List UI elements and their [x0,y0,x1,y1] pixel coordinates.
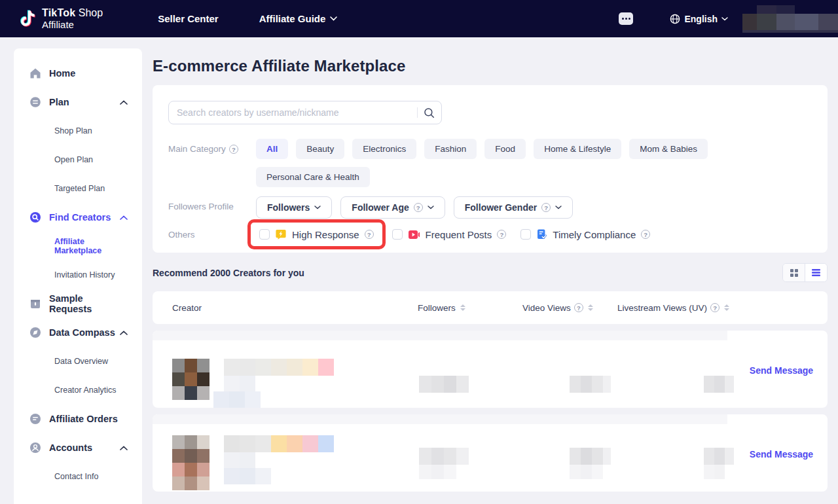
category-chip-food[interactable]: Food [484,139,526,159]
creator-row[interactable]: Send Message [153,331,828,408]
help-icon[interactable]: ? [229,145,238,154]
sidebar-item-affiliate-marketplace[interactable]: Affiliate Marketplace [14,232,142,261]
logo-wordmark: TikTok Shop Affiliate [42,7,103,30]
help-icon[interactable]: ? [574,303,583,312]
page-title: E-commerce Affiliate Marketplace [153,57,828,75]
top-navbar: TikTok Shop Affiliate Seller Center Affi… [0,0,838,37]
divider [417,107,418,118]
column-livestream-views[interactable]: Livestream Views (UV) ? [617,303,735,313]
category-chip-electronics[interactable]: Electronics [352,139,416,159]
chevron-down-icon [721,17,728,21]
annotation-highlight-box: High Response ? [247,219,386,249]
help-icon: ? [541,203,551,212]
video-views-value-redacted [522,427,617,479]
frequent-posts-filter[interactable]: Frequent Posts ? [392,229,507,240]
accounts-icon [29,442,41,454]
tiktok-shop-affiliate-logo[interactable]: TikTok Shop Affiliate [20,7,103,30]
sort-icon[interactable] [724,304,729,311]
sample-requests-icon [29,298,41,310]
sidebar-item-creator-analytics[interactable]: Creator Analytics [14,376,142,405]
followers-dropdown[interactable]: Followers [256,196,332,219]
help-icon[interactable]: ? [641,230,650,239]
help-icon: ? [414,203,423,212]
frequent-posts-checkbox[interactable] [392,229,403,240]
avatar [172,435,210,490]
high-response-filter[interactable]: High Response ? [259,228,374,240]
follower-age-dropdown[interactable]: Follower Age ? [340,196,445,219]
recommend-count-text: Recommend 2000 Creators for you [153,268,304,278]
chevron-down-icon [555,206,562,209]
sidebar-item-affiliate-orders[interactable]: Affiliate Orders [14,405,142,433]
tiktok-logo-icon [20,9,37,29]
video-views-value-redacted [522,346,617,393]
home-icon [29,67,41,79]
sidebar-item-home[interactable]: Home [14,59,142,88]
sidebar-item-accounts[interactable]: Accounts [14,433,142,462]
followers-profile-label: Followers Profile [168,196,256,219]
nav-seller-center[interactable]: Seller Center [158,13,219,24]
help-icon[interactable]: ? [365,230,374,239]
timely-compliance-filter[interactable]: Timely Compliance ? [520,228,650,240]
document-check-icon [536,228,547,240]
sidebar-item-shop-plan[interactable]: Shop Plan [14,117,142,145]
category-chip-fashion[interactable]: Fashion [424,139,477,159]
main-category-row: Main Category ? All Beauty Electronics F… [168,139,812,187]
category-chip-home-lifestyle[interactable]: Home & Lifestyle [534,139,621,159]
data-compass-icon [29,327,41,338]
sidebar-item-contact-info[interactable]: Contact Info [14,462,142,491]
sidebar-item-open-plan[interactable]: Open Plan [14,145,142,174]
filter-panel: Main Category ? All Beauty Electronics F… [153,85,828,253]
followers-value-redacted [418,346,522,393]
chevron-down-icon [330,16,337,21]
shop-name-redacted[interactable] [742,5,838,33]
affiliate-orders-icon [29,413,41,425]
sidebar-item-targeted-plan[interactable]: Targeted Plan [14,174,142,203]
followers-profile-row: Followers Profile Followers Follower Age… [168,196,812,219]
nav-affiliate-guide[interactable]: Affiliate Guide [259,13,338,24]
sidebar: Home Plan Shop Plan Open Plan Targeted P… [14,48,142,504]
grid-view-icon[interactable] [783,264,805,281]
globe-icon [670,14,680,24]
creator-name-redacted [224,359,334,408]
high-response-checkbox[interactable] [259,229,270,240]
sort-icon[interactable] [588,304,593,311]
category-chip-personal-care-health[interactable]: Personal Care & Health [256,167,370,187]
sort-icon[interactable] [460,304,465,311]
avatar [172,359,210,400]
chevron-up-icon [120,331,128,335]
creator-search [168,101,442,124]
others-row: Others High Response ? [168,225,812,243]
sidebar-item-data-overview[interactable]: Data Overview [14,347,142,376]
chevron-down-icon [314,206,321,209]
chevron-down-icon [428,206,434,209]
sidebar-item-find-creators[interactable]: Find Creators [14,203,142,232]
video-play-icon [408,229,420,240]
sidebar-item-sample-requests[interactable]: Sample Requests [14,289,142,318]
search-icon[interactable] [424,107,435,118]
followers-value-redacted [418,427,522,479]
category-chip-mom-babies[interactable]: Mom & Babies [629,139,708,159]
redacted-strip [153,414,727,424]
help-icon[interactable]: ? [497,230,506,239]
search-input[interactable] [177,107,417,118]
send-message-button[interactable]: Send Message [750,449,813,459]
category-chip-all[interactable]: All [256,139,288,159]
list-view-icon[interactable] [805,264,827,281]
follower-gender-dropdown[interactable]: Follower Gender ? [454,196,573,219]
column-creator: Creator [172,303,418,313]
column-video-views[interactable]: Video Views ? [522,303,617,313]
chat-icon[interactable] [619,12,633,25]
column-followers[interactable]: Followers [418,303,522,313]
sidebar-item-plan[interactable]: Plan [14,88,142,117]
timely-compliance-checkbox[interactable] [520,229,531,240]
plan-icon [29,96,41,108]
category-chip-beauty[interactable]: Beauty [296,139,344,159]
language-selector[interactable]: English [670,14,728,24]
chevron-up-icon [120,215,128,220]
creator-row[interactable]: Send Message [153,414,828,492]
send-message-button[interactable]: Send Message [750,365,813,376]
help-icon[interactable]: ? [710,303,720,312]
sidebar-item-data-compass[interactable]: Data Compass [14,318,142,347]
creator-name-redacted [224,435,334,484]
sidebar-item-invitation-history[interactable]: Invitation History [14,261,142,289]
